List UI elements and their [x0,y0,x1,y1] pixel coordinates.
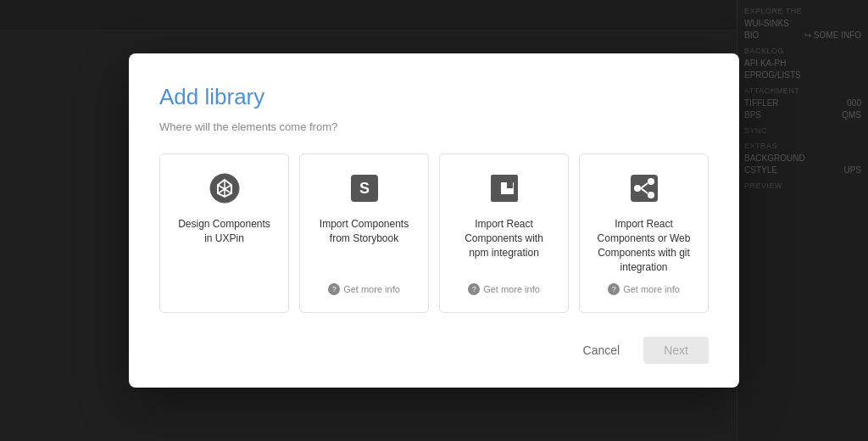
svg-point-9 [634,185,641,192]
git-icon [627,171,661,205]
card-storybook[interactable]: S Import Components from Storybook ? Get… [299,154,429,312]
info-icon: ? [468,283,480,295]
next-button[interactable]: Next [643,337,709,364]
card-git-link[interactable]: ? Get more info [608,283,680,295]
npm-icon [487,171,521,205]
card-npm-link[interactable]: ? Get more info [468,283,540,295]
svg-point-8 [648,178,654,185]
svg-rect-5 [495,182,501,194]
svg-point-10 [648,192,654,198]
card-git-title: Import React Components or Web Component… [593,217,694,274]
modal-subtitle: Where will the elements come from? [159,120,709,133]
uxpin-icon [208,171,242,205]
card-design-components-title: Design Components in UXPin [174,217,275,246]
card-git[interactable]: Import React Components or Web Component… [579,154,709,312]
svg-text:S: S [359,180,369,197]
card-storybook-link[interactable]: ? Get more info [328,283,400,295]
modal-footer: Cancel Next [159,337,709,364]
library-type-cards: Design Components in UXPin S Import Comp… [159,154,709,312]
card-storybook-title: Import Components from Storybook [314,217,415,246]
info-icon: ? [328,283,340,295]
modal-backdrop: Add library Where will the elements come… [0,0,868,441]
add-library-modal: Add library Where will the elements come… [129,53,739,387]
card-npm[interactable]: Import React Components with npm integra… [439,154,569,312]
svg-rect-6 [507,182,513,188]
modal-title: Add library [159,84,709,110]
info-icon: ? [608,283,620,295]
storybook-icon: S [348,171,381,205]
card-design-components[interactable]: Design Components in UXPin [159,154,289,312]
card-npm-title: Import React Components with npm integra… [453,217,554,260]
cancel-button[interactable]: Cancel [570,337,634,364]
